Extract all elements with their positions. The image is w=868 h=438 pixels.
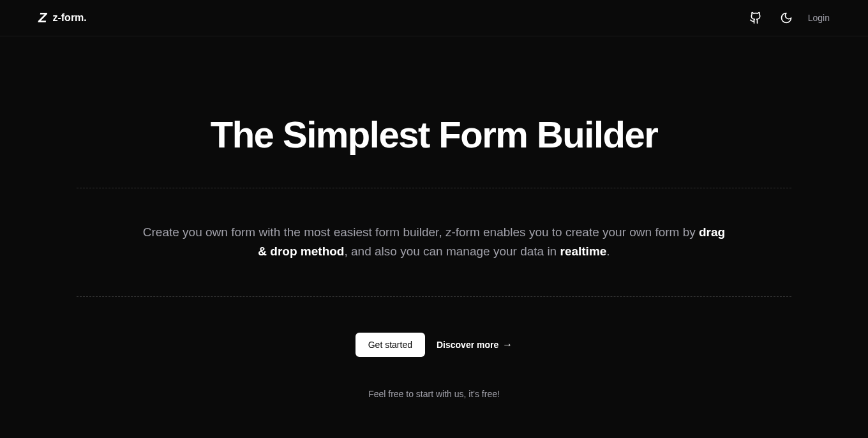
header-right: Login: [747, 9, 830, 27]
desc-text-1: Create you own form with the most easies…: [143, 225, 699, 239]
login-link[interactable]: Login: [808, 13, 830, 23]
desc-text-2: , and also you can manage your data in: [344, 245, 560, 258]
logo-icon: Z: [38, 10, 46, 26]
get-started-button[interactable]: Get started: [355, 333, 425, 357]
header-left: Z z-form.: [38, 10, 87, 26]
divider-bottom: [77, 296, 791, 297]
hero-title: The Simplest Form Builder: [77, 113, 791, 156]
arrow-right-icon: →: [502, 339, 513, 351]
cta-row: Get started Discover more →: [77, 333, 791, 357]
theme-toggle-icon[interactable]: [777, 9, 795, 27]
header: Z z-form. Login: [0, 0, 868, 36]
desc-text-3: .: [606, 245, 610, 258]
hero-section: The Simplest Form Builder Create you own…: [77, 36, 791, 399]
hero-description: Create you own form with the most easies…: [77, 188, 791, 296]
github-icon[interactable]: [747, 9, 765, 27]
brand-name[interactable]: z-form.: [52, 12, 86, 24]
desc-bold-2: realtime: [560, 245, 606, 258]
discover-more-label: Discover more: [437, 340, 498, 350]
discover-more-button[interactable]: Discover more →: [437, 339, 513, 351]
tagline: Feel free to start with us, it's free!: [77, 389, 791, 399]
